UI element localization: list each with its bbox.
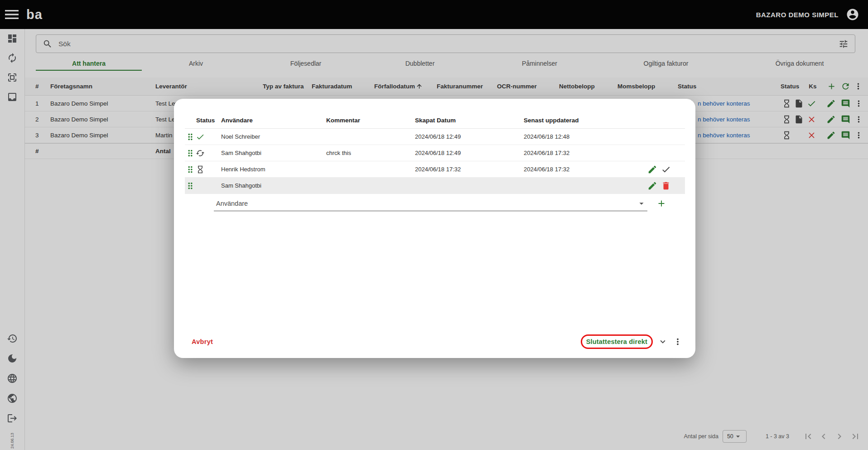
edit-icon[interactable] xyxy=(647,165,657,174)
dialog-menu-icon[interactable] xyxy=(673,337,683,347)
comment-cell: chrck this xyxy=(326,150,415,156)
user-select[interactable]: Användare xyxy=(214,196,647,211)
cancel-button[interactable]: Avbryt xyxy=(192,338,213,345)
confirm-check-icon[interactable] xyxy=(661,165,671,174)
created-cell: 2024/06/18 17:32 xyxy=(415,166,524,173)
drag-icon[interactable] xyxy=(185,132,196,142)
modal-table-header: Status Användare Kommentar Skapat Datum … xyxy=(185,112,685,129)
col-updated: Senast uppdaterad xyxy=(524,117,627,124)
attestation-dialog: Status Användare Kommentar Skapat Datum … xyxy=(174,99,695,358)
annotation-highlight: Slutattestera direkt xyxy=(581,334,653,349)
created-cell: 2024/06/18 12:49 xyxy=(415,133,524,140)
approved-check-icon xyxy=(196,132,205,141)
user-cell: Noel Schreiber xyxy=(221,133,326,140)
attest-row-4: Sam Shahgotbi xyxy=(185,178,685,194)
modal-footer: Avbryt Slutattestera direkt xyxy=(174,325,695,358)
updated-cell: 2024/06/18 17:32 xyxy=(524,150,627,156)
final-approve-button[interactable]: Slutattestera direkt xyxy=(586,338,647,345)
col-created: Skapat Datum xyxy=(415,117,524,124)
edit-icon[interactable] xyxy=(647,181,657,191)
updated-cell: 2024/06/18 17:32 xyxy=(524,166,627,173)
user-cell: Sam Shahgotbi xyxy=(221,150,326,156)
delete-icon[interactable] xyxy=(661,181,671,191)
col-status: Status xyxy=(196,117,221,124)
attest-row-1: Noel Schreiber 2024/06/18 12:49 2024/06/… xyxy=(185,129,685,145)
attest-row-2: Sam Shahgotbi chrck this 2024/06/18 12:4… xyxy=(185,145,685,161)
user-cell: Sam Shahgotbi xyxy=(221,182,326,189)
col-user: Användare xyxy=(221,117,326,124)
created-cell: 2024/06/18 12:49 xyxy=(415,150,524,156)
dropdown-caret-icon xyxy=(637,198,646,208)
updated-cell: 2024/06/18 12:48 xyxy=(524,133,627,140)
chevron-down-icon[interactable] xyxy=(658,337,668,347)
user-cell: Henrik Hedstrom xyxy=(221,166,326,173)
drag-icon[interactable] xyxy=(185,181,196,191)
attest-row-3: Henrik Hedstrom 2024/06/18 17:32 2024/06… xyxy=(185,161,685,178)
hourglass-icon xyxy=(196,165,205,174)
col-comment: Kommentar xyxy=(326,117,415,124)
drag-icon[interactable] xyxy=(185,148,196,158)
drag-icon[interactable] xyxy=(185,165,196,174)
swap-icon xyxy=(196,149,205,158)
add-user-icon[interactable] xyxy=(656,198,666,208)
